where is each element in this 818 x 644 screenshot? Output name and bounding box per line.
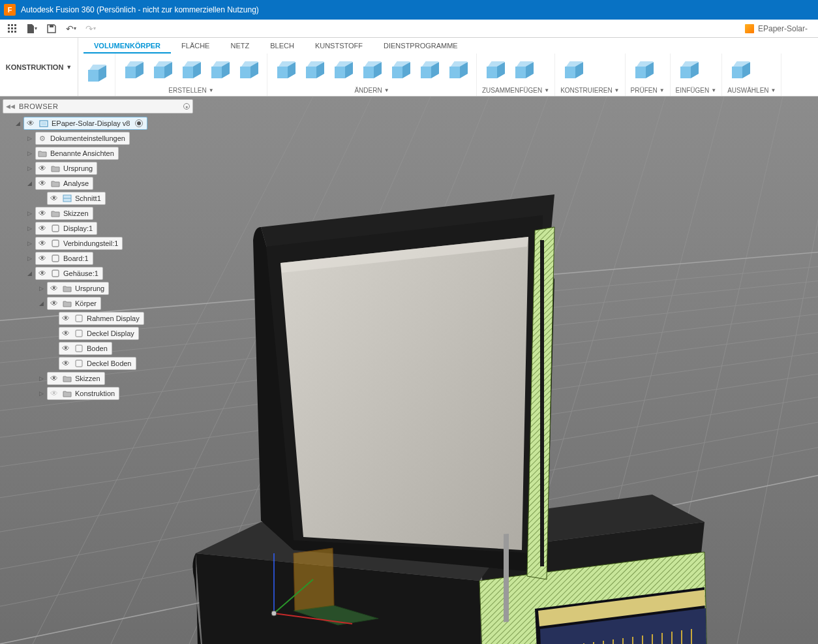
visibility-eye-icon[interactable]: 👁 bbox=[37, 239, 48, 248]
viewport-3d[interactable]: ◀◀ BROWSER ● ◢👁EPaper-Solar-Display v8▷⚙… bbox=[0, 97, 818, 644]
tree-node[interactable]: ◢👁Gehäuse:1 bbox=[3, 266, 193, 281]
tree-node[interactable]: 👁Boden bbox=[3, 341, 193, 356]
tree-node[interactable]: 👁Deckel Boden bbox=[3, 356, 193, 371]
visibility-eye-icon[interactable]: 👁 bbox=[37, 269, 48, 278]
visibility-eye-icon[interactable]: 👁 bbox=[61, 314, 71, 323]
ribbon-command-button[interactable] bbox=[416, 57, 442, 84]
ribbon-tab[interactable]: BLECH bbox=[260, 39, 305, 54]
visibility-eye-icon[interactable]: 👁 bbox=[61, 359, 71, 368]
save-button[interactable] bbox=[43, 22, 60, 35]
ribbon-tab[interactable]: FLÄCHE bbox=[171, 39, 220, 54]
visibility-eye-icon[interactable]: 👁 bbox=[37, 179, 48, 188]
ribbon-command-button[interactable] bbox=[560, 57, 586, 84]
ribbon-group-label[interactable]: EINFÜGEN ▼ bbox=[676, 85, 717, 95]
document-tab[interactable]: EPaper-Solar- bbox=[745, 24, 814, 33]
browser-collapse-icon[interactable]: ◀◀ bbox=[6, 103, 15, 110]
tree-node[interactable]: ▷👁Ursprung bbox=[3, 161, 193, 176]
visibility-eye-icon[interactable]: 👁 bbox=[49, 284, 59, 293]
tree-node-label: Dokumenteinstellungen bbox=[50, 134, 125, 142]
ribbon-tab[interactable]: KUNSTSTOFF bbox=[305, 39, 373, 54]
ribbon-command-button[interactable] bbox=[631, 57, 657, 84]
ribbon-group-label[interactable]: ÄNDERN ▼ bbox=[273, 85, 471, 95]
ribbon-command-button[interactable] bbox=[235, 57, 262, 84]
visibility-eye-icon[interactable]: 👁 bbox=[49, 374, 59, 383]
svg-rect-2 bbox=[14, 24, 16, 26]
ribbon-command-button[interactable] bbox=[676, 57, 702, 84]
visibility-eye-icon[interactable]: 👁 bbox=[49, 389, 59, 398]
tree-twisty-icon[interactable]: ▷ bbox=[37, 374, 46, 383]
ribbon-tab[interactable]: DIENSTPROGRAMME bbox=[373, 39, 468, 54]
tree-node[interactable]: 👁Deckel Display bbox=[3, 326, 193, 341]
tree-node[interactable]: 👁Rahmen Display bbox=[3, 311, 193, 326]
tree-node[interactable]: ▷👁Ursprung bbox=[3, 281, 193, 296]
ribbon-command-button[interactable] bbox=[727, 57, 753, 84]
visibility-eye-icon[interactable]: 👁 bbox=[61, 344, 71, 353]
tree-node[interactable]: ▷⚙Dokumenteinstellungen bbox=[3, 131, 193, 146]
ribbon-command-button[interactable] bbox=[387, 57, 414, 84]
tree-node[interactable]: ▷👁Board:1 bbox=[3, 251, 193, 266]
visibility-eye-icon[interactable]: 👁 bbox=[49, 194, 59, 203]
tree-node-icon bbox=[50, 239, 61, 248]
ribbon-command-button[interactable] bbox=[511, 57, 537, 84]
ribbon-group-label[interactable]: ZUSAMMENFÜGEN ▼ bbox=[482, 85, 549, 95]
tree-twisty-icon[interactable]: ▷ bbox=[25, 164, 34, 173]
tree-node[interactable]: ▷👁Konstruktion bbox=[3, 386, 193, 401]
ribbon-command-button[interactable] bbox=[359, 57, 385, 84]
ribbon-command-button[interactable] bbox=[207, 57, 233, 84]
ribbon-group-label[interactable]: PRÜFEN ▼ bbox=[631, 85, 665, 95]
tree-twisty-icon[interactable]: ▷ bbox=[25, 149, 34, 158]
tree-node-icon bbox=[62, 389, 72, 398]
workspace-switcher[interactable]: KONSTRUKTION▼ bbox=[0, 38, 78, 96]
tree-node[interactable]: ◢👁EPaper-Solar-Display v8 bbox=[3, 116, 193, 130]
tree-twisty-icon[interactable]: ▷ bbox=[37, 389, 46, 398]
visibility-eye-icon[interactable]: 👁 bbox=[61, 329, 71, 338]
tree-twisty-icon[interactable]: ▷ bbox=[37, 284, 46, 293]
ribbon-command-button[interactable] bbox=[482, 57, 508, 84]
file-menu-button[interactable]: ▾ bbox=[23, 22, 40, 35]
active-component-radio[interactable] bbox=[135, 119, 143, 127]
tree-node-label: Skizzen bbox=[75, 375, 100, 382]
tree-node[interactable]: ▷👁Display:1 bbox=[3, 221, 193, 236]
visibility-eye-icon[interactable]: 👁 bbox=[49, 299, 59, 308]
ribbon-group-label[interactable]: KONSTRUIEREN ▼ bbox=[560, 85, 619, 95]
tree-twisty-icon[interactable]: ▷ bbox=[25, 254, 34, 263]
tree-node-label: Verbindungsteil:1 bbox=[63, 239, 118, 247]
tree-node[interactable]: ▷Benannte Ansichten bbox=[3, 146, 193, 161]
tree-twisty-icon[interactable]: ◢ bbox=[25, 179, 34, 188]
ribbon-tab[interactable]: VOLUMENKÖRPER bbox=[83, 39, 171, 54]
ribbon-command-button[interactable] bbox=[330, 57, 356, 84]
visibility-eye-icon[interactable]: 👁 bbox=[37, 254, 48, 263]
tree-node[interactable]: ▷👁Skizzen bbox=[3, 206, 193, 221]
tree-node[interactable]: ◢👁Analyse bbox=[3, 176, 193, 191]
ribbon-command-button[interactable] bbox=[83, 61, 110, 87]
ribbon-group-label[interactable]: AUSWÄHLEN ▼ bbox=[727, 85, 776, 95]
ribbon-command-button[interactable] bbox=[273, 57, 299, 84]
visibility-eye-icon[interactable]: 👁 bbox=[25, 119, 36, 128]
tree-twisty-icon[interactable]: ▷ bbox=[25, 209, 34, 218]
tree-twisty-icon[interactable]: ◢ bbox=[13, 119, 22, 128]
ribbon-tab[interactable]: NETZ bbox=[220, 39, 260, 54]
visibility-eye-icon[interactable]: 👁 bbox=[37, 224, 48, 233]
browser-options-icon[interactable]: ● bbox=[183, 103, 190, 110]
tree-twisty-icon[interactable]: ◢ bbox=[25, 269, 34, 278]
ribbon-command-button[interactable] bbox=[149, 57, 175, 84]
app-grid-icon[interactable] bbox=[4, 22, 21, 35]
ribbon-command-button[interactable] bbox=[178, 57, 204, 84]
visibility-eye-icon[interactable]: 👁 bbox=[37, 209, 48, 218]
redo-button[interactable]: ↷▾ bbox=[82, 22, 99, 35]
tree-twisty-icon[interactable]: ▷ bbox=[25, 239, 34, 248]
tree-node[interactable]: ◢👁Körper bbox=[3, 296, 193, 311]
ribbon-command-button[interactable] bbox=[121, 57, 147, 84]
visibility-eye-icon[interactable]: 👁 bbox=[37, 164, 48, 173]
ribbon-group-label[interactable]: ERSTELLEN ▼ bbox=[121, 85, 262, 95]
undo-button[interactable]: ↶▾ bbox=[63, 22, 80, 35]
tree-twisty-icon[interactable]: ▷ bbox=[25, 134, 34, 143]
ribbon-command-button[interactable] bbox=[445, 57, 471, 84]
tree-node[interactable]: ▷👁Skizzen bbox=[3, 371, 193, 386]
ribbon-command-button[interactable] bbox=[301, 57, 327, 84]
tree-twisty-icon[interactable]: ▷ bbox=[25, 224, 34, 233]
tree-twisty-icon[interactable]: ◢ bbox=[37, 299, 46, 308]
browser-header[interactable]: ◀◀ BROWSER ● bbox=[3, 99, 193, 114]
tree-node[interactable]: 👁Schnitt1 bbox=[3, 191, 193, 206]
tree-node[interactable]: ▷👁Verbindungsteil:1 bbox=[3, 236, 193, 251]
